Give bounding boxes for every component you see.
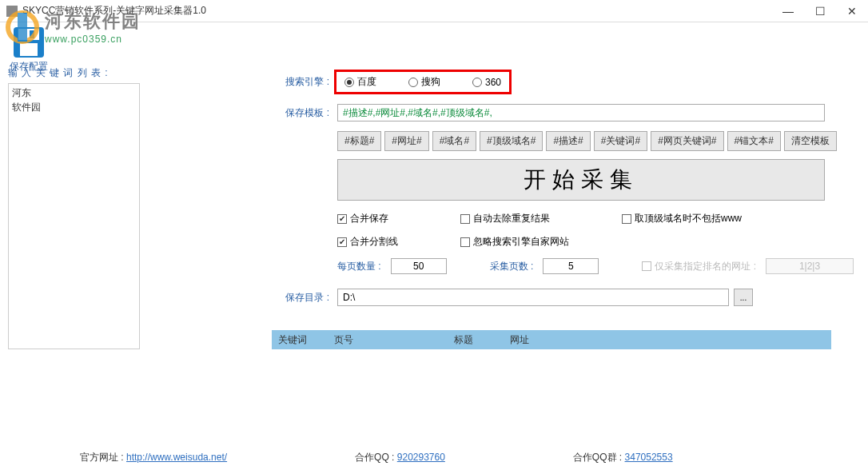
- engine-label: 搜索引擎 :: [272, 75, 329, 89]
- window-title: SKYCC营销软件系列-关键字网址采集器1.0: [22, 4, 772, 18]
- keyword-item[interactable]: 河东: [12, 86, 136, 100]
- engine-radio-sogou[interactable]: 搜狗: [408, 75, 440, 89]
- tag-topdomain[interactable]: #顶级域名#: [480, 131, 543, 151]
- browse-button[interactable]: ...: [734, 289, 753, 306]
- engine-highlight-box: 百度 搜狗 360: [334, 70, 512, 94]
- template-input[interactable]: [337, 104, 825, 121]
- check-ignore-engine-sites[interactable]: 忽略搜索引擎自家网站: [460, 235, 569, 249]
- svg-rect-4: [20, 43, 38, 56]
- clear-template[interactable]: 清空模板: [784, 131, 837, 151]
- tag-domain[interactable]: #域名#: [432, 131, 476, 151]
- tag-desc[interactable]: #描述#: [546, 131, 590, 151]
- official-site-link[interactable]: http://www.weisuda.net/: [126, 452, 227, 463]
- close-button[interactable]: ✕: [836, 0, 868, 22]
- pages-input[interactable]: [543, 258, 599, 274]
- per-page-label: 每页数量 :: [337, 260, 381, 273]
- check-no-www[interactable]: 取顶级域名时不包括www: [622, 212, 742, 225]
- tag-page-keyword[interactable]: #网页关键词#: [651, 131, 723, 151]
- save-dir-input[interactable]: [337, 289, 729, 306]
- results-table-header: 关键词 页号 标题 网址: [272, 330, 831, 349]
- keyword-item[interactable]: 软件园: [12, 100, 136, 114]
- col-title: 标题: [454, 333, 510, 347]
- minimize-button[interactable]: —: [772, 0, 804, 22]
- footer: 官方网址 : http://www.weisuda.net/ 合作QQ : 92…: [80, 451, 852, 464]
- check-dedup[interactable]: 自动去除重复结果: [460, 212, 550, 225]
- keyword-list-label: 输 入 关 键 词 列 表 :: [8, 66, 140, 80]
- app-icon: [6, 6, 18, 17]
- start-collect-button[interactable]: 开始采集: [337, 159, 825, 201]
- engine-radio-baidu[interactable]: 百度: [344, 75, 376, 89]
- rank-input: [766, 258, 854, 274]
- col-keyword: 关键词: [278, 333, 334, 347]
- check-merge-divider[interactable]: 合并分割线: [337, 235, 398, 249]
- col-page: 页号: [334, 333, 454, 347]
- qq-group-label: 合作QQ群 :: [573, 452, 622, 463]
- title-bar: SKYCC营销软件系列-关键字网址采集器1.0 — ☐ ✕: [0, 0, 868, 22]
- toolbar: 保存配置: [0, 22, 868, 66]
- col-url: 网址: [510, 333, 548, 347]
- official-site-label: 官方网址 :: [80, 452, 124, 463]
- keyword-list[interactable]: 河东 软件园: [8, 83, 140, 349]
- rank-check[interactable]: 仅采集指定排名的网址 :: [642, 260, 756, 273]
- tag-keyword[interactable]: #关键词#: [594, 131, 647, 151]
- tag-anchor[interactable]: #锚文本#: [727, 131, 781, 151]
- svg-rect-3: [18, 29, 39, 40]
- qq-label: 合作QQ :: [355, 452, 394, 463]
- per-page-input[interactable]: [391, 258, 447, 274]
- check-merge-save[interactable]: 合并保存: [337, 212, 388, 225]
- template-label: 保存模板 :: [272, 106, 329, 120]
- svg-rect-5: [30, 30, 34, 38]
- engine-radio-360[interactable]: 360: [472, 75, 501, 89]
- save-icon: [12, 26, 46, 59]
- tag-title[interactable]: #标题#: [337, 131, 381, 151]
- maximize-button[interactable]: ☐: [804, 0, 836, 22]
- qq-group-link[interactable]: 347052553: [625, 452, 673, 463]
- tag-url[interactable]: #网址#: [384, 131, 428, 151]
- qq-link[interactable]: 920293760: [397, 452, 445, 463]
- pages-label: 采集页数 :: [490, 260, 534, 273]
- save-dir-label: 保存目录 :: [272, 291, 329, 305]
